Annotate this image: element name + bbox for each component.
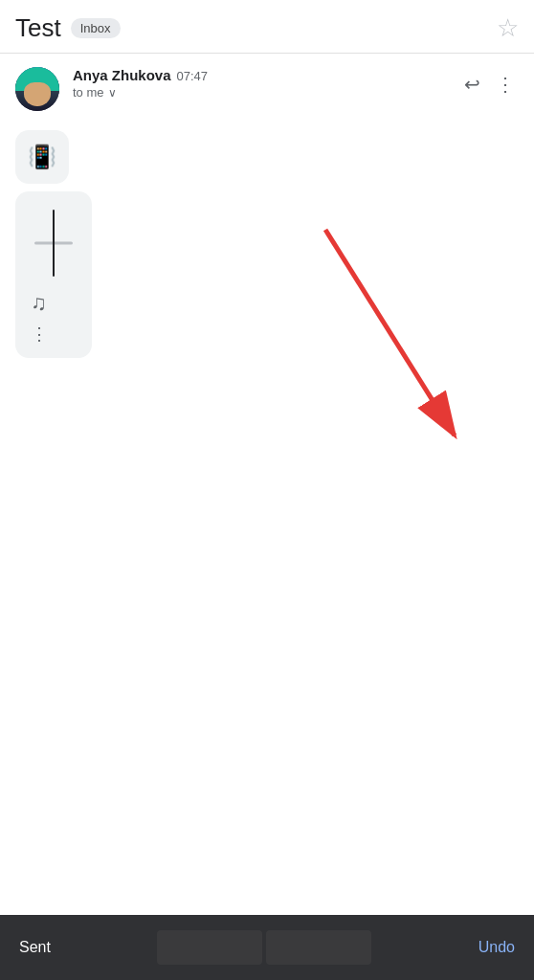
sent-label: Sent	[19, 939, 51, 956]
bottom-tab-1	[157, 930, 262, 965]
bottom-content: Sent Undo	[19, 930, 515, 965]
inbox-badge[interactable]: Inbox	[71, 18, 121, 38]
to-label: to me	[73, 85, 104, 100]
vibrate-attachment-button[interactable]: 📳	[15, 130, 69, 184]
music-note-icon: ♫	[31, 291, 47, 316]
undo-button[interactable]: Undo	[478, 939, 515, 956]
email-actions: ↩ ⋮	[460, 67, 519, 100]
media-card[interactable]: ♫ ⋮	[15, 191, 92, 358]
email-row: Anya Zhukova 07:47 to me ∨ ↩ ⋮	[0, 54, 534, 121]
email-time: 07:47	[177, 69, 209, 83]
bottom-tab-2	[266, 930, 371, 965]
waveform-area	[31, 205, 77, 281]
svg-line-1	[325, 230, 455, 435]
avatar[interactable]	[15, 67, 59, 111]
waveform-line	[53, 210, 55, 277]
annotation-arrow	[297, 220, 469, 450]
header: Test Inbox ☆	[0, 0, 534, 53]
header-left: Test Inbox	[15, 13, 121, 43]
vibrate-icon: 📳	[28, 144, 56, 170]
email-meta: Anya Zhukova 07:47 to me ∨	[73, 67, 447, 100]
more-options-icon[interactable]: ⋮	[492, 69, 519, 100]
media-more-icon[interactable]: ⋮	[31, 323, 50, 345]
page-title: Test	[15, 13, 61, 43]
email-to-row[interactable]: to me ∨	[73, 85, 447, 100]
bottom-bar-tabs	[157, 930, 371, 965]
sender-name: Anya Zhukova	[73, 67, 171, 83]
reply-icon[interactable]: ↩	[460, 69, 484, 100]
bottom-bar: Sent Undo	[0, 915, 534, 980]
star-icon[interactable]: ☆	[497, 13, 519, 43]
chevron-down-icon: ∨	[108, 86, 117, 100]
attachment-area: 📳	[0, 121, 534, 184]
email-sender-row: Anya Zhukova 07:47	[73, 67, 447, 83]
